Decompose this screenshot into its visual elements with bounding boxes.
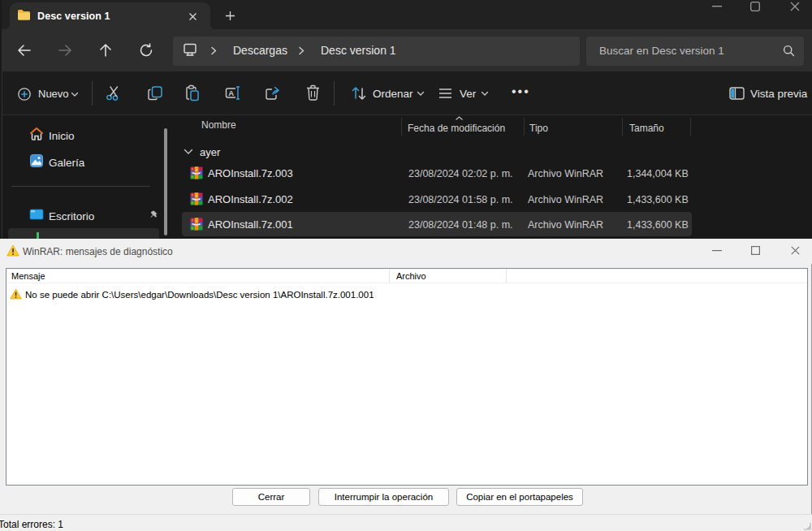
svg-text:A: A <box>228 88 234 97</box>
